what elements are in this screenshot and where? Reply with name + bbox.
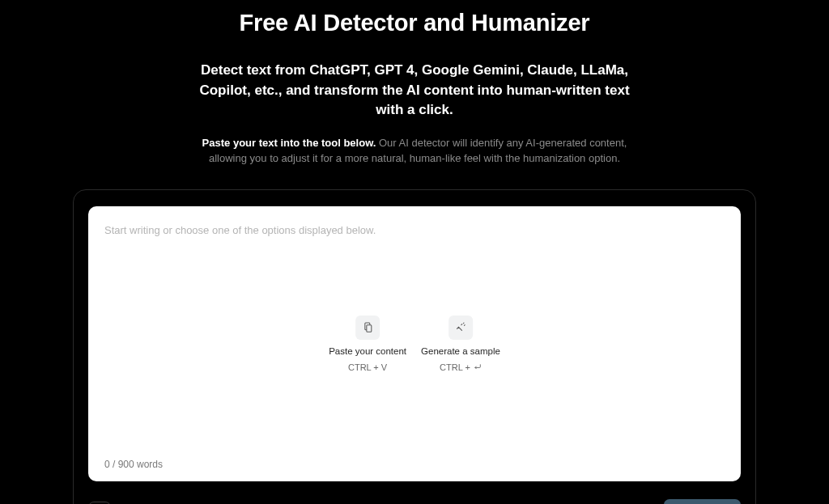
editor-card[interactable]: Start writing or choose one of the optio… [88, 206, 741, 481]
humanize-button[interactable]: Humanize [664, 499, 741, 504]
instruction-bold: Paste your text into the tool below. [202, 137, 376, 149]
sample-label: Generate a sample [421, 346, 500, 356]
word-count: 0 / 900 words [104, 459, 163, 470]
enter-key-icon [473, 362, 482, 371]
editor-quick-actions: Paste your content CTRL + V Generate a s… [329, 316, 500, 372]
sample-action[interactable]: Generate a sample CTRL + [421, 316, 500, 372]
sample-shortcut: CTRL + [440, 362, 482, 372]
tool-frame: Start writing or choose one of the optio… [73, 189, 756, 504]
svg-rect-1 [367, 325, 372, 332]
paste-action[interactable]: Paste your content CTRL + V [329, 316, 406, 372]
paste-icon [355, 316, 380, 340]
status-bar: Waiting for input. We'll scan your conte… [88, 499, 741, 504]
instruction-text: Paste your text into the tool below. Our… [192, 135, 637, 167]
editor-placeholder: Start writing or choose one of the optio… [104, 224, 725, 236]
page-title: Free AI Detector and Humanizer [240, 10, 590, 36]
page-subtitle: Detect text from ChatGPT, GPT 4, Google … [188, 61, 641, 121]
sparkle-icon [449, 316, 473, 340]
paste-label: Paste your content [329, 346, 406, 356]
paste-shortcut: CTRL + V [348, 362, 387, 372]
